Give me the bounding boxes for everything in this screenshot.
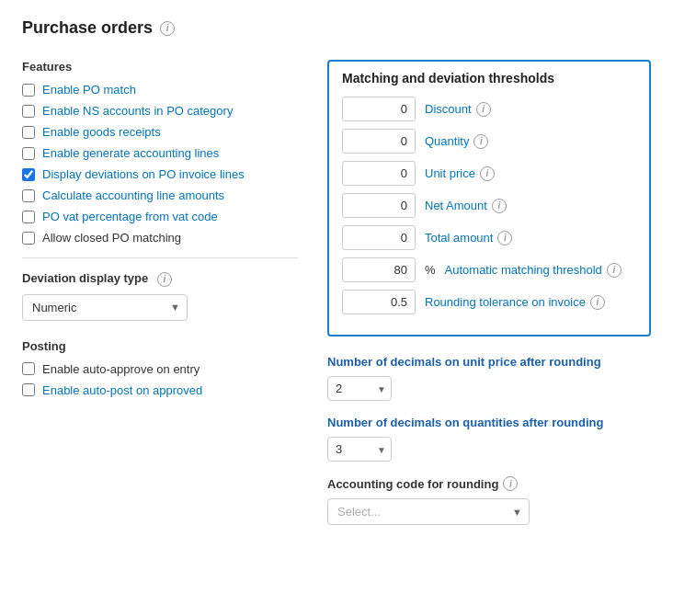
page-title: Purchase orders [22,18,153,38]
checkbox-cb1[interactable] [22,84,35,97]
threshold-input-5[interactable] [342,257,416,282]
feature-checkbox-item[interactable]: Allow closed PO matching [22,231,298,245]
checkbox-cb3[interactable] [22,126,35,139]
threshold-input-2[interactable] [342,161,416,186]
percent-suffix-5: % [425,263,436,277]
page-title-info-icon[interactable]: i [160,21,175,36]
threshold-row-0: Discounti [342,97,636,121]
checkbox-cb5[interactable] [22,168,35,181]
threshold-label-text-5: Automatic matching threshold [445,263,602,277]
threshold-info-icon-5[interactable]: i [607,263,622,278]
decimals-qty-dropdown-wrapper: 012345 ▼ [327,437,392,462]
features-checkboxes: Enable PO matchEnable NS accounts in PO … [22,83,298,245]
accounting-title: Accounting code for rounding i [327,476,651,491]
checkbox-label-cb4: Enable generate accounting lines [42,146,219,160]
threshold-label-6: Rounding tolerance on invoicei [425,295,605,310]
threshold-label-text-2: Unit price [425,166,475,180]
feature-checkbox-item[interactable]: Enable generate accounting lines [22,146,298,160]
threshold-label-5: Automatic matching thresholdi [445,263,622,278]
threshold-info-icon-1[interactable]: i [473,134,488,149]
thresholds-title: Matching and deviation thresholds [342,71,636,86]
deviation-info-icon[interactable]: i [157,272,172,287]
threshold-label-text-3: Net Amount [425,199,487,212]
posting-checkboxes: Enable auto-approve on entryEnable auto-… [22,362,298,397]
accounting-code-dropdown[interactable]: Select... [327,498,530,525]
decimals-unit-title: Number of decimals on unit price after r… [327,355,651,369]
threshold-info-icon-4[interactable]: i [497,231,512,245]
thresholds-box: Matching and deviation thresholds Discou… [327,60,651,337]
checkbox-cb2[interactable] [22,105,35,118]
threshold-input-6[interactable] [342,290,416,314]
threshold-label-text-0: Discount [425,102,472,116]
posting-checkbox-label-pcb2: Enable auto-post on approved [42,383,202,397]
threshold-rows: DiscountiQuantityiUnit priceiNet Amounti… [342,97,636,314]
checkbox-label-cb5: Display deviations on PO invoice lines [42,167,245,181]
accounting-title-text: Accounting code for rounding [327,477,498,491]
accounting-info-icon[interactable]: i [503,476,518,491]
threshold-label-3: Net Amounti [425,199,507,213]
checkbox-pcb2[interactable] [22,383,35,396]
checkbox-cb6[interactable] [22,189,35,202]
feature-checkbox-item[interactable]: Enable goods receipts [22,125,298,139]
posting-section: Posting Enable auto-approve on entryEnab… [22,339,298,397]
accounting-select-wrapper: Select... ▼ [327,498,530,525]
threshold-input-0[interactable] [342,97,416,121]
feature-checkbox-item[interactable]: Enable NS accounts in PO category [22,104,298,118]
decimals-qty-dropdown[interactable]: 012345 [327,437,392,462]
deviation-dropdown[interactable]: NumericPercentage [22,294,188,321]
checkbox-label-cb1: Enable PO match [42,83,136,97]
threshold-label-text-1: Quantity [425,134,469,148]
threshold-input-4[interactable] [342,225,416,250]
checkbox-label-cb6: Calculate accounting line amounts [42,188,224,202]
decimals-unit-dropdown[interactable]: 012345 [327,376,392,401]
feature-checkbox-item[interactable]: Enable PO match [22,83,298,97]
threshold-row-3: Net Amounti [342,193,636,218]
checkbox-label-cb3: Enable goods receipts [42,125,161,139]
threshold-label-0: Discounti [425,102,491,117]
feature-checkbox-item[interactable]: Calculate accounting line amounts [22,188,298,202]
main-layout: Features Enable PO matchEnable NS accoun… [22,60,651,525]
checkbox-cb8[interactable] [22,232,35,245]
decimals-unit-dropdown-wrapper: 012345 ▼ [327,376,392,401]
decimals-qty-section: Number of decimals on quantities after r… [327,416,651,462]
threshold-info-icon-0[interactable]: i [476,102,491,117]
posting-title: Posting [22,339,298,353]
threshold-row-1: Quantityi [342,129,636,154]
threshold-label-text-4: Total amount [425,231,493,245]
threshold-info-icon-2[interactable]: i [480,166,495,181]
deviation-label: Deviation display type [22,271,148,285]
decimals-unit-section: Number of decimals on unit price after r… [327,355,651,401]
checkbox-pcb1[interactable] [22,362,35,375]
divider-1 [22,257,298,258]
checkbox-cb7[interactable] [22,211,35,223]
features-title: Features [22,60,298,74]
checkbox-label-cb2: Enable NS accounts in PO category [42,104,233,118]
threshold-input-1[interactable] [342,129,416,154]
threshold-info-icon-3[interactable]: i [492,199,507,213]
threshold-row-4: Total amounti [342,225,636,250]
decimals-qty-title: Number of decimals on quantities after r… [327,416,651,429]
threshold-label-1: Quantityi [425,134,488,149]
accounting-section: Accounting code for rounding i Select...… [327,476,651,525]
threshold-info-icon-6[interactable]: i [590,295,605,310]
threshold-label-4: Total amounti [425,231,512,245]
threshold-label-text-6: Rounding tolerance on invoice [425,295,586,309]
posting-checkbox-item[interactable]: Enable auto-approve on entry [22,362,298,376]
threshold-input-3[interactable] [342,193,416,218]
feature-checkbox-item[interactable]: Display deviations on PO invoice lines [22,167,298,181]
page-title-area: Purchase orders i [22,18,651,38]
threshold-label-2: Unit pricei [425,166,495,181]
left-panel: Features Enable PO matchEnable NS accoun… [22,60,298,405]
threshold-row-6: Rounding tolerance on invoicei [342,290,636,314]
checkbox-cb4[interactable] [22,147,35,160]
checkbox-label-cb8: Allow closed PO matching [42,231,181,245]
posting-checkbox-item[interactable]: Enable auto-post on approved [22,383,298,397]
right-panel: Matching and deviation thresholds Discou… [327,60,651,525]
threshold-row-2: Unit pricei [342,161,636,186]
feature-checkbox-item[interactable]: PO vat percentage from vat code [22,210,298,223]
posting-checkbox-label-pcb1: Enable auto-approve on entry [42,362,200,376]
threshold-row-5: %Automatic matching thresholdi [342,257,636,282]
deviation-dropdown-wrapper: NumericPercentage ▼ [22,294,188,321]
checkbox-label-cb7: PO vat percentage from vat code [42,210,218,223]
